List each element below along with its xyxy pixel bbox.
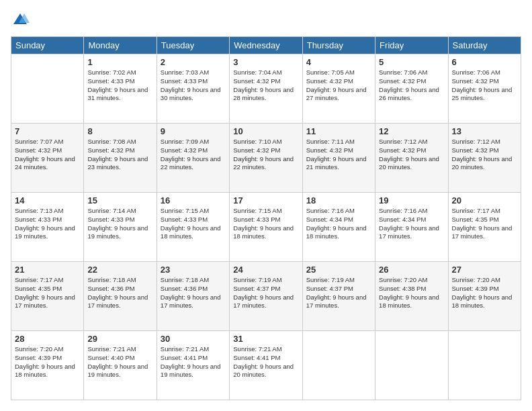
day-info: Sunrise: 7:20 AMSunset: 4:39 PMDaylight:…: [15, 345, 80, 379]
page: SundayMondayTuesdayWednesdayThursdayFrid…: [0, 0, 532, 411]
calendar-cell-2-1: 15Sunrise: 7:14 AMSunset: 4:33 PMDayligh…: [84, 193, 157, 262]
day-info: Sunrise: 7:21 AMSunset: 4:40 PMDaylight:…: [87, 345, 152, 379]
day-number: 10: [233, 126, 298, 136]
calendar-cell-3-2: 23Sunrise: 7:18 AMSunset: 4:36 PMDayligh…: [157, 262, 229, 331]
calendar-cell-1-6: 13Sunrise: 7:12 AMSunset: 4:32 PMDayligh…: [448, 124, 521, 193]
day-info: Sunrise: 7:18 AMSunset: 4:36 PMDaylight:…: [161, 276, 226, 310]
logo-icon: [11, 11, 30, 30]
calendar-week-1: 7Sunrise: 7:07 AMSunset: 4:32 PMDaylight…: [11, 124, 521, 193]
day-number: 28: [15, 334, 80, 344]
calendar-cell-2-5: 19Sunrise: 7:16 AMSunset: 4:34 PMDayligh…: [375, 193, 448, 262]
header: [11, 11, 521, 30]
day-number: 4: [306, 57, 371, 67]
day-number: 16: [161, 195, 226, 205]
calendar-cell-4-4: [302, 331, 375, 400]
calendar-cell-4-5: [375, 331, 448, 400]
day-info: Sunrise: 7:07 AMSunset: 4:32 PMDaylight:…: [15, 138, 80, 172]
calendar-cell-0-0: [11, 54, 84, 124]
day-info: Sunrise: 7:15 AMSunset: 4:33 PMDaylight:…: [233, 207, 298, 241]
calendar-cell-1-0: 7Sunrise: 7:07 AMSunset: 4:32 PMDaylight…: [11, 124, 84, 193]
day-info: Sunrise: 7:17 AMSunset: 4:35 PMDaylight:…: [15, 276, 80, 310]
calendar-cell-0-2: 2Sunrise: 7:03 AMSunset: 4:33 PMDaylight…: [157, 54, 229, 124]
calendar-cell-4-0: 28Sunrise: 7:20 AMSunset: 4:39 PMDayligh…: [11, 331, 84, 400]
day-number: 2: [161, 57, 226, 67]
calendar: SundayMondayTuesdayWednesdayThursdayFrid…: [11, 36, 521, 400]
day-number: 21: [15, 265, 80, 275]
day-number: 30: [161, 334, 226, 344]
calendar-header-sunday: Sunday: [11, 37, 84, 54]
day-number: 9: [161, 126, 226, 136]
day-number: 13: [452, 126, 517, 136]
day-info: Sunrise: 7:20 AMSunset: 4:38 PMDaylight:…: [379, 276, 444, 310]
calendar-cell-1-4: 11Sunrise: 7:11 AMSunset: 4:32 PMDayligh…: [302, 124, 375, 193]
day-info: Sunrise: 7:19 AMSunset: 4:37 PMDaylight:…: [233, 276, 298, 310]
day-info: Sunrise: 7:02 AMSunset: 4:33 PMDaylight:…: [87, 68, 152, 103]
day-info: Sunrise: 7:04 AMSunset: 4:32 PMDaylight:…: [233, 68, 298, 103]
calendar-header-friday: Friday: [375, 37, 448, 54]
day-info: Sunrise: 7:19 AMSunset: 4:37 PMDaylight:…: [306, 276, 371, 310]
day-number: 8: [87, 126, 152, 136]
calendar-week-0: 1Sunrise: 7:02 AMSunset: 4:33 PMDaylight…: [11, 54, 521, 124]
calendar-cell-2-4: 18Sunrise: 7:16 AMSunset: 4:34 PMDayligh…: [302, 193, 375, 262]
calendar-cell-4-6: [448, 331, 521, 400]
day-info: Sunrise: 7:03 AMSunset: 4:33 PMDaylight:…: [161, 68, 226, 103]
day-number: 18: [306, 195, 371, 205]
calendar-cell-3-6: 27Sunrise: 7:20 AMSunset: 4:39 PMDayligh…: [448, 262, 521, 331]
calendar-week-2: 14Sunrise: 7:13 AMSunset: 4:33 PMDayligh…: [11, 193, 521, 262]
day-info: Sunrise: 7:21 AMSunset: 4:41 PMDaylight:…: [233, 345, 298, 379]
calendar-header-row: SundayMondayTuesdayWednesdayThursdayFrid…: [11, 37, 521, 54]
day-number: 5: [379, 57, 444, 67]
day-info: Sunrise: 7:11 AMSunset: 4:32 PMDaylight:…: [306, 138, 371, 172]
calendar-cell-3-4: 25Sunrise: 7:19 AMSunset: 4:37 PMDayligh…: [302, 262, 375, 331]
calendar-cell-2-6: 20Sunrise: 7:17 AMSunset: 4:35 PMDayligh…: [448, 193, 521, 262]
calendar-header-saturday: Saturday: [448, 37, 521, 54]
calendar-cell-0-5: 5Sunrise: 7:06 AMSunset: 4:32 PMDaylight…: [375, 54, 448, 124]
calendar-header-thursday: Thursday: [302, 37, 375, 54]
calendar-cell-3-3: 24Sunrise: 7:19 AMSunset: 4:37 PMDayligh…: [230, 262, 302, 331]
calendar-cell-1-1: 8Sunrise: 7:08 AMSunset: 4:32 PMDaylight…: [84, 124, 157, 193]
day-info: Sunrise: 7:21 AMSunset: 4:41 PMDaylight:…: [161, 345, 226, 379]
day-number: 17: [233, 195, 298, 205]
day-number: 7: [15, 126, 80, 136]
day-number: 12: [379, 126, 444, 136]
calendar-cell-3-1: 22Sunrise: 7:18 AMSunset: 4:36 PMDayligh…: [84, 262, 157, 331]
calendar-body: 1Sunrise: 7:02 AMSunset: 4:33 PMDaylight…: [11, 54, 521, 400]
calendar-cell-3-5: 26Sunrise: 7:20 AMSunset: 4:38 PMDayligh…: [375, 262, 448, 331]
day-number: 31: [233, 334, 298, 344]
calendar-week-4: 28Sunrise: 7:20 AMSunset: 4:39 PMDayligh…: [11, 331, 521, 400]
day-number: 15: [87, 195, 152, 205]
calendar-cell-1-3: 10Sunrise: 7:10 AMSunset: 4:32 PMDayligh…: [230, 124, 302, 193]
day-info: Sunrise: 7:06 AMSunset: 4:32 PMDaylight:…: [452, 68, 517, 103]
day-info: Sunrise: 7:20 AMSunset: 4:39 PMDaylight:…: [452, 276, 517, 310]
day-number: 26: [379, 265, 444, 275]
calendar-cell-2-2: 16Sunrise: 7:15 AMSunset: 4:33 PMDayligh…: [157, 193, 229, 262]
day-number: 23: [161, 265, 226, 275]
calendar-cell-4-1: 29Sunrise: 7:21 AMSunset: 4:40 PMDayligh…: [84, 331, 157, 400]
calendar-cell-1-5: 12Sunrise: 7:12 AMSunset: 4:32 PMDayligh…: [375, 124, 448, 193]
day-number: 14: [15, 195, 80, 205]
day-info: Sunrise: 7:16 AMSunset: 4:34 PMDaylight:…: [379, 207, 444, 241]
day-info: Sunrise: 7:13 AMSunset: 4:33 PMDaylight:…: [15, 207, 80, 241]
calendar-cell-4-3: 31Sunrise: 7:21 AMSunset: 4:41 PMDayligh…: [230, 331, 302, 400]
calendar-cell-0-6: 6Sunrise: 7:06 AMSunset: 4:32 PMDaylight…: [448, 54, 521, 124]
calendar-header-monday: Monday: [84, 37, 157, 54]
day-info: Sunrise: 7:08 AMSunset: 4:32 PMDaylight:…: [87, 138, 152, 172]
calendar-cell-0-1: 1Sunrise: 7:02 AMSunset: 4:33 PMDaylight…: [84, 54, 157, 124]
calendar-cell-3-0: 21Sunrise: 7:17 AMSunset: 4:35 PMDayligh…: [11, 262, 84, 331]
day-info: Sunrise: 7:06 AMSunset: 4:32 PMDaylight:…: [379, 68, 444, 103]
calendar-cell-1-2: 9Sunrise: 7:09 AMSunset: 4:32 PMDaylight…: [157, 124, 229, 193]
calendar-cell-2-3: 17Sunrise: 7:15 AMSunset: 4:33 PMDayligh…: [230, 193, 302, 262]
day-info: Sunrise: 7:09 AMSunset: 4:32 PMDaylight:…: [161, 138, 226, 172]
day-number: 24: [233, 265, 298, 275]
day-number: 19: [379, 195, 444, 205]
day-info: Sunrise: 7:12 AMSunset: 4:32 PMDaylight:…: [379, 138, 444, 172]
day-number: 22: [87, 265, 152, 275]
calendar-header-tuesday: Tuesday: [157, 37, 229, 54]
calendar-cell-2-0: 14Sunrise: 7:13 AMSunset: 4:33 PMDayligh…: [11, 193, 84, 262]
calendar-header-wednesday: Wednesday: [230, 37, 302, 54]
calendar-cell-0-3: 3Sunrise: 7:04 AMSunset: 4:32 PMDaylight…: [230, 54, 302, 124]
day-number: 1: [87, 57, 152, 67]
day-number: 29: [87, 334, 152, 344]
day-number: 27: [452, 265, 517, 275]
logo: [11, 11, 32, 30]
